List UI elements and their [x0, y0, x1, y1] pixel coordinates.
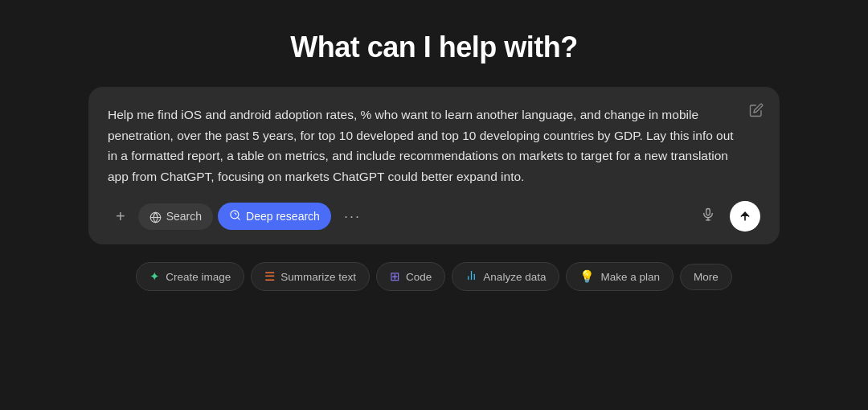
- mic-button[interactable]: [694, 203, 722, 231]
- deep-research-label: Deep research: [246, 210, 320, 223]
- more-actions-button[interactable]: More: [680, 264, 732, 290]
- search-label: Search: [166, 210, 202, 223]
- summarize-text-button[interactable]: ☰ Summarize text: [251, 262, 370, 291]
- analyze-data-button[interactable]: Analyze data: [452, 262, 559, 291]
- create-image-button[interactable]: ✦ Create image: [136, 262, 244, 291]
- more-button[interactable]: ···: [336, 203, 369, 230]
- create-image-icon: ✦: [149, 269, 160, 284]
- page-title: What can I help with?: [290, 31, 578, 64]
- summarize-icon: ☰: [264, 269, 275, 284]
- globe-icon: [149, 210, 162, 223]
- analyze-icon: [465, 269, 477, 284]
- chat-input-container: Help me find iOS and android adoption ra…: [88, 87, 780, 244]
- svg-rect-4: [706, 208, 710, 215]
- research-icon: [229, 209, 241, 223]
- make-plan-label: Make a plan: [600, 271, 660, 283]
- analyze-data-label: Analyze data: [483, 271, 546, 283]
- svg-line-3: [237, 218, 240, 220]
- toolbar: + Search Deep research ···: [108, 201, 760, 232]
- plan-icon: 💡: [579, 269, 595, 284]
- code-button[interactable]: ⊞ Code: [376, 262, 445, 291]
- make-plan-button[interactable]: 💡 Make a plan: [566, 262, 674, 291]
- quick-actions-bar: ✦ Create image ☰ Summarize text ⊞ Code A…: [136, 262, 731, 291]
- edit-icon[interactable]: [749, 103, 764, 121]
- code-icon: ⊞: [390, 269, 400, 284]
- create-image-label: Create image: [166, 271, 231, 283]
- more-actions-label: More: [694, 271, 719, 283]
- add-button[interactable]: +: [108, 203, 133, 231]
- toolbar-right: [694, 201, 760, 232]
- send-button[interactable]: [730, 201, 760, 232]
- message-text: Help me find iOS and android adoption ra…: [108, 105, 760, 187]
- search-button[interactable]: Search: [138, 203, 213, 230]
- deep-research-button[interactable]: Deep research: [218, 203, 331, 230]
- code-label: Code: [406, 271, 432, 283]
- summarize-text-label: Summarize text: [280, 271, 356, 283]
